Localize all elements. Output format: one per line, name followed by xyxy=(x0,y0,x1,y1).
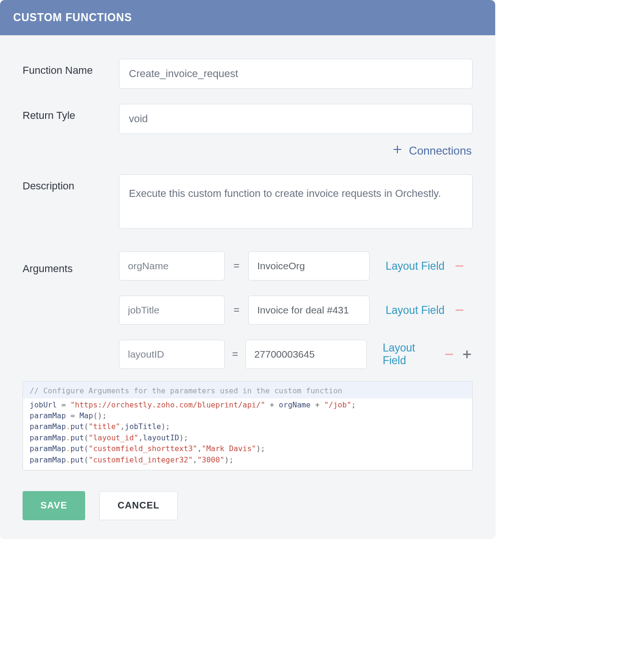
argument-row: Arguments=Layout Field xyxy=(23,251,473,281)
label-arguments: Arguments xyxy=(23,257,119,275)
argument-row: =Layout Field xyxy=(23,296,473,325)
argument-value-input[interactable] xyxy=(248,296,370,325)
minus-icon[interactable] xyxy=(454,305,465,316)
argument-name-input[interactable] xyxy=(119,251,225,281)
plus-icon xyxy=(392,144,403,157)
argument-value-input[interactable] xyxy=(245,340,367,369)
return-type-input[interactable] xyxy=(119,104,473,134)
layout-field-link[interactable]: Layout Field xyxy=(386,304,444,317)
buttons-row: SAVE CANCEL xyxy=(23,491,473,520)
argument-actions xyxy=(443,349,473,360)
equals-sign: = xyxy=(225,260,248,272)
row-return-type: Return Tyle xyxy=(23,104,473,134)
argument-actions xyxy=(454,260,465,272)
argument-actions xyxy=(454,305,465,316)
argument-name-input[interactable] xyxy=(119,340,225,369)
code-text: // Configure Arguments for the parameter… xyxy=(23,382,472,470)
arguments-block: Arguments=Layout Field=Layout Field=Layo… xyxy=(23,251,473,369)
equals-sign: = xyxy=(225,304,248,316)
minus-icon[interactable] xyxy=(443,349,455,360)
argument-name-input[interactable] xyxy=(119,296,225,325)
connections-label: Connections xyxy=(409,144,472,157)
title-bar: CUSTOM FUNCTIONS xyxy=(0,0,495,35)
layout-field-link[interactable]: Layout Field xyxy=(383,342,434,367)
save-button[interactable]: SAVE xyxy=(23,491,85,520)
label-arguments xyxy=(23,307,119,313)
row-function-name: Function Name xyxy=(23,59,473,89)
custom-functions-window: CUSTOM FUNCTIONS Function Name Return Ty… xyxy=(0,0,495,539)
layout-field-link[interactable]: Layout Field xyxy=(386,260,444,273)
label-arguments xyxy=(23,352,119,357)
connections-link[interactable]: Connections xyxy=(392,144,472,157)
code-editor[interactable]: // Configure Arguments for the parameter… xyxy=(23,381,473,470)
description-input[interactable] xyxy=(119,174,473,229)
equals-sign: = xyxy=(225,348,245,360)
plus-icon[interactable] xyxy=(461,349,473,360)
minus-icon[interactable] xyxy=(454,260,465,272)
form-content: Function Name Return Tyle Connections De… xyxy=(0,35,495,539)
argument-value-input[interactable] xyxy=(248,251,370,281)
argument-row: =Layout Field xyxy=(23,340,473,369)
label-return-type: Return Tyle xyxy=(23,104,119,122)
function-name-input[interactable] xyxy=(119,59,473,89)
page-title: CUSTOM FUNCTIONS xyxy=(13,11,482,24)
label-function-name: Function Name xyxy=(23,59,119,77)
cancel-button[interactable]: CANCEL xyxy=(99,491,178,520)
row-description: Description xyxy=(23,174,473,229)
connections-row: Connections xyxy=(23,144,473,157)
label-description: Description xyxy=(23,174,119,192)
